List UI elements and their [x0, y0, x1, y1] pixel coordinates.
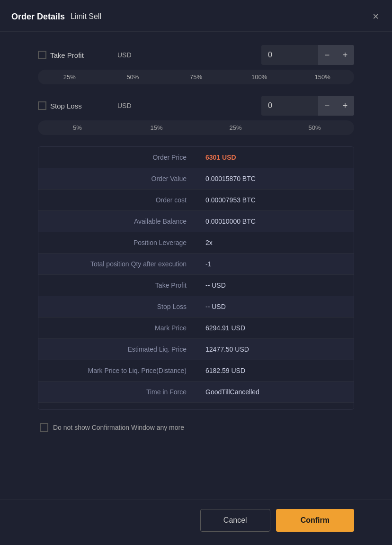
no-confirm-label: Do not show Confirmation Window any more	[53, 424, 184, 431]
row-label: Total position Qty after execution	[48, 260, 205, 268]
row-label: Take Profit	[48, 282, 205, 289]
stop-loss-section: Stop Loss USD − + 5% 15% 25% 50%	[38, 96, 354, 135]
confirm-button[interactable]: Confirm	[276, 509, 354, 532]
row-label: Time in Force	[48, 388, 205, 396]
row-value: GoodTillCancelled	[205, 388, 344, 396]
table-row: Stop Loss-- USD	[38, 296, 354, 318]
tp-percent-25[interactable]: 25%	[38, 73, 101, 82]
stop-loss-input-group: − +	[261, 96, 354, 116]
modal-body: Take Profit USD − + 25% 50% 75% 100% 150…	[0, 32, 392, 499]
take-profit-checkbox-wrapper: Take Profit	[38, 51, 114, 59]
take-profit-label: Take Profit	[50, 51, 84, 59]
row-label: Order Price	[48, 154, 205, 161]
stop-loss-checkbox-wrapper: Stop Loss	[38, 101, 114, 110]
row-label: Available Balance	[48, 218, 205, 225]
table-row: Available Balance0.00010000 BTC	[38, 211, 354, 232]
row-label: Position Leverage	[48, 239, 205, 246]
take-profit-currency: USD	[117, 51, 136, 59]
tp-percent-150[interactable]: 150%	[291, 73, 354, 82]
order-details-table: Order Price6301 USDOrder Value0.00015870…	[38, 146, 354, 410]
row-value: -- USD	[205, 303, 344, 310]
order-details-modal: Order Details Limit Sell × Take Profit U…	[0, 0, 392, 545]
sl-percent-15[interactable]: 15%	[117, 123, 196, 132]
cancel-button[interactable]: Cancel	[200, 509, 270, 532]
tp-percent-75[interactable]: 75%	[164, 73, 228, 82]
row-label: Estimated Liq. Price	[48, 345, 205, 353]
tp-percent-50[interactable]: 50%	[101, 73, 165, 82]
row-label: Order cost	[48, 196, 205, 204]
row-value: -- USD	[205, 282, 344, 289]
stop-loss-currency: USD	[117, 102, 136, 109]
modal-footer: Cancel Confirm	[0, 499, 392, 545]
sl-percent-50[interactable]: 50%	[275, 123, 354, 132]
stop-loss-minus-button[interactable]: −	[318, 96, 336, 116]
table-empty-row	[38, 403, 354, 409]
table-row: Order cost0.00007953 BTC	[38, 190, 354, 211]
take-profit-input[interactable]	[261, 46, 318, 64]
take-profit-row: Take Profit USD − +	[38, 45, 354, 65]
no-confirm-checkbox[interactable]	[40, 423, 48, 432]
row-value: 0.00015870 BTC	[205, 175, 344, 182]
row-value: 6301 USD	[205, 154, 344, 161]
stop-loss-row: Stop Loss USD − +	[38, 96, 354, 116]
row-label: Stop Loss	[48, 303, 205, 310]
modal-title: Order Details	[11, 12, 65, 22]
take-profit-input-group: − +	[261, 45, 354, 65]
take-profit-minus-button[interactable]: −	[318, 45, 336, 65]
sl-percent-5[interactable]: 5%	[38, 123, 117, 132]
row-value: 0.00007953 BTC	[205, 196, 344, 204]
stop-loss-percent-bar: 5% 15% 25% 50%	[38, 120, 354, 135]
tp-percent-100[interactable]: 100%	[228, 73, 291, 82]
table-row: Estimated Liq. Price12477.50 USD	[38, 339, 354, 360]
row-value: 2x	[205, 239, 344, 246]
row-value: 6294.91 USD	[205, 324, 344, 332]
row-label: Order Value	[48, 175, 205, 182]
row-label: Mark Price	[48, 324, 205, 332]
table-row: Mark Price to Liq. Price(Distance)6182.5…	[38, 360, 354, 382]
table-row: Total position Qty after execution-1	[38, 254, 354, 275]
take-profit-percent-bar: 25% 50% 75% 100% 150%	[38, 70, 354, 84]
take-profit-checkbox[interactable]	[38, 51, 46, 59]
row-value: -1	[205, 260, 344, 268]
table-row: Position Leverage2x	[38, 232, 354, 254]
table-row: Order Price6301 USD	[38, 147, 354, 168]
take-profit-section: Take Profit USD − + 25% 50% 75% 100% 150…	[38, 45, 354, 84]
row-value: 0.00010000 BTC	[205, 218, 344, 225]
table-row: Order Value0.00015870 BTC	[38, 168, 354, 190]
table-row: Take Profit-- USD	[38, 275, 354, 296]
row-value: 6182.59 USD	[205, 367, 344, 374]
modal-subtitle: Limit Sell	[71, 12, 101, 21]
table-row: Time in ForceGoodTillCancelled	[38, 382, 354, 403]
row-value: 12477.50 USD	[205, 345, 344, 353]
modal-header: Order Details Limit Sell ×	[0, 0, 392, 32]
footer-checkbox-row: Do not show Confirmation Window any more	[38, 423, 354, 432]
take-profit-plus-button[interactable]: +	[336, 45, 354, 65]
stop-loss-label: Stop Loss	[50, 102, 82, 110]
stop-loss-checkbox[interactable]	[38, 101, 46, 110]
stop-loss-input[interactable]	[261, 97, 318, 115]
stop-loss-plus-button[interactable]: +	[336, 96, 354, 116]
sl-percent-25[interactable]: 25%	[196, 123, 275, 132]
close-button[interactable]: ×	[371, 9, 381, 24]
row-label: Mark Price to Liq. Price(Distance)	[48, 367, 205, 374]
table-row: Mark Price6294.91 USD	[38, 318, 354, 339]
